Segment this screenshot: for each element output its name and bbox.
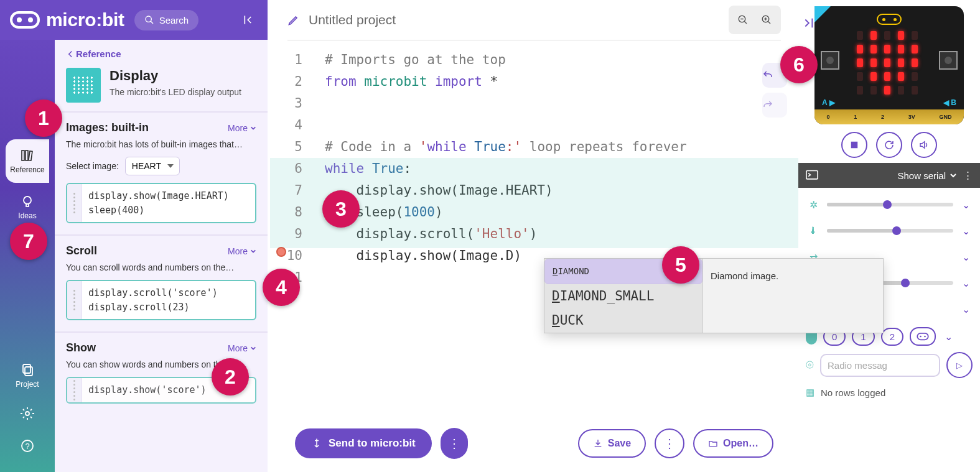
svg-point-1 [17, 17, 22, 22]
doc-subtitle: The micro:bit's LED display output [110, 86, 241, 98]
zoom-in-button[interactable] [756, 9, 777, 30]
sim-logo-icon [877, 14, 902, 25]
radio-send-button[interactable]: ▷ [946, 352, 973, 378]
expand-sensor-button[interactable]: ⌄ [959, 197, 973, 213]
collapse-sidebar-button[interactable] [240, 11, 258, 29]
serial-menu-button[interactable]: ⋮ [963, 170, 973, 181]
open-button[interactable]: Open… [693, 429, 773, 458]
save-button[interactable]: Save [578, 429, 646, 458]
svg-rect-7 [26, 150, 28, 160]
send-menu-button[interactable]: ⋮ [441, 428, 468, 459]
folder-open-icon [708, 438, 718, 448]
code-snippet[interactable]: display.show(Image.HEART) sleep(400) [66, 183, 256, 223]
redo-button[interactable] [762, 93, 787, 118]
zoom-in-icon [761, 14, 772, 25]
sim-stop-button[interactable] [841, 132, 867, 158]
microbit-logo-icon [10, 10, 40, 30]
sim-mute-button[interactable] [911, 132, 937, 158]
autocomplete-item[interactable]: DIAMOND_SMALL [544, 284, 702, 308]
books-icon [20, 148, 35, 163]
doc-thumbnail [66, 68, 101, 103]
microbit-simulator[interactable]: A ▶ ◀ B 0123VGND [814, 6, 964, 124]
brand-name: micro:bit [46, 9, 124, 30]
temperature-slider[interactable] [827, 229, 953, 233]
save-menu-button[interactable]: ⋮ [655, 428, 684, 458]
svg-rect-8 [29, 151, 32, 160]
svg-text:?: ? [25, 442, 29, 451]
code-editor[interactable]: 1234567891011 # Imports go at the topfro… [270, 40, 798, 472]
annotation-5: 5 [662, 246, 699, 284]
project-name-input[interactable] [309, 12, 720, 27]
annotation-4: 4 [263, 269, 300, 306]
send-to-microbit-button[interactable]: Send to micro:bit [295, 428, 432, 458]
svg-point-28 [924, 336, 926, 338]
sim-edge-pins[interactable]: 0123VGND [814, 109, 964, 124]
temperature-sensor-icon: 🌡 [806, 225, 821, 236]
autocomplete-doc: Diamond image. [702, 259, 883, 333]
pin-logo-button[interactable] [910, 327, 936, 346]
section-more-link[interactable]: More [228, 343, 256, 353]
svg-rect-10 [26, 204, 29, 206]
svg-point-13 [26, 412, 29, 415]
doc-title: Display [110, 68, 241, 84]
pencil-icon[interactable] [287, 14, 300, 26]
zoom-controls [729, 6, 781, 34]
search-label: Search [159, 15, 189, 25]
autocomplete-popup[interactable]: DIAMONDDIAMOND_SMALLDUCK Diamond image. [544, 258, 884, 333]
drag-handle-icon[interactable] [67, 378, 82, 402]
nav-help[interactable]: ? [6, 432, 49, 462]
radio-icon: ⦾ [806, 359, 814, 371]
search-button[interactable]: Search [134, 10, 199, 30]
undo-icon [762, 70, 773, 81]
pin-2-button[interactable]: 2 [881, 328, 903, 346]
serial-label: Show serial [897, 170, 946, 181]
code-snippet[interactable]: display.scroll('score') display.scroll(2… [66, 280, 256, 320]
select-image-label: Select image: [66, 161, 119, 171]
section-scroll: Scroll More You can scroll words and num… [55, 234, 268, 331]
svg-point-2 [28, 17, 33, 22]
chevron-left-icon [67, 50, 73, 58]
expand-sensor-button[interactable]: ⌄ [959, 249, 973, 266]
simulator-panel: A ▶ ◀ B 0123VGND Show serial ⋮ ✲ ⌄ 🌡 ⌄ ⇄ [798, 0, 980, 472]
search-icon [144, 15, 154, 25]
nav-project[interactable]: Project [6, 354, 49, 397]
expand-sensor-button[interactable]: ⌄ [959, 223, 973, 239]
nav-reference-label: Reference [10, 165, 44, 174]
refresh-icon [884, 139, 895, 150]
light-sensor-icon: ✲ [806, 199, 821, 211]
radio-message-input[interactable]: Radio messag [820, 354, 940, 377]
annotation-3: 3 [322, 190, 360, 228]
drag-handle-icon[interactable] [67, 281, 82, 319]
expand-sensor-button[interactable]: ⌄ [959, 275, 973, 292]
doc-header: Display The micro:bit's LED display outp… [55, 64, 268, 111]
nav-reference[interactable]: Reference [6, 139, 49, 183]
nav-settings[interactable] [6, 400, 49, 430]
breadcrumb-reference[interactable]: Reference [55, 40, 268, 64]
gear-icon [20, 406, 35, 421]
section-title: Scroll [66, 244, 97, 257]
sim-reset-button[interactable] [876, 132, 902, 158]
chevron-down-icon [950, 172, 957, 179]
sim-button-a[interactable] [821, 51, 839, 70]
serial-bar[interactable]: Show serial ⋮ [798, 163, 980, 188]
drag-handle-icon[interactable] [67, 184, 82, 222]
section-more-link[interactable]: More [228, 246, 256, 256]
expand-sensor-button[interactable]: ⌄ [959, 301, 973, 318]
chevron-down-icon [250, 345, 256, 351]
svg-point-27 [920, 336, 922, 338]
svg-rect-6 [22, 150, 24, 160]
section-more-link[interactable]: More [228, 123, 256, 133]
editor-toolbar [270, 0, 798, 40]
select-image-dropdown[interactable]: HEART [125, 157, 180, 175]
error-marker[interactable] [276, 247, 286, 257]
section-desc: You can scroll words and numbers on the… [66, 262, 256, 272]
expand-sensor-button[interactable]: ⌄ [942, 328, 955, 345]
zoom-out-button[interactable] [732, 9, 754, 30]
collapse-icon [243, 14, 255, 26]
autocomplete-item[interactable]: DUCK [544, 308, 702, 333]
light-slider[interactable] [827, 203, 953, 206]
log-status: No rows logged [821, 387, 885, 398]
help-icon: ? [20, 438, 35, 453]
sim-button-b[interactable] [939, 51, 958, 70]
brand-logo: micro:bit [10, 9, 124, 30]
